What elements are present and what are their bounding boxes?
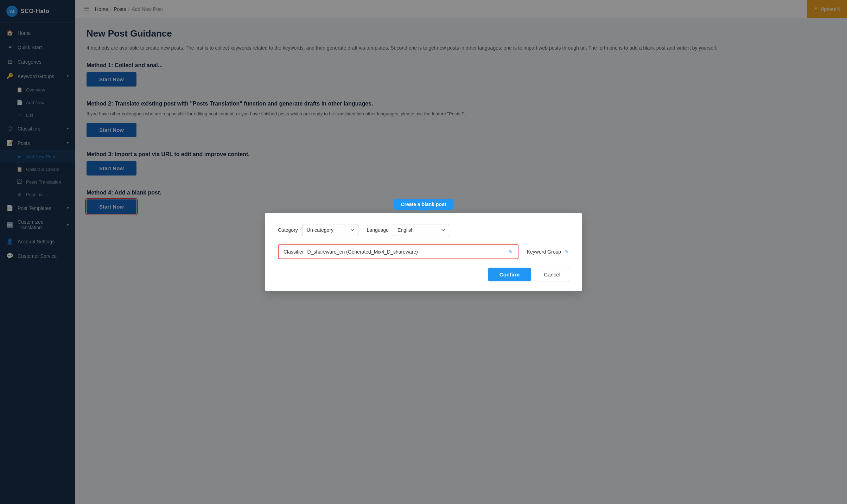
keyword-group-label: Keyword Group — [527, 249, 561, 255]
category-field: Category Un-categoryCategory 1Category 2 — [278, 224, 358, 236]
classifier-edit-icon[interactable]: ✎ — [508, 249, 513, 255]
classifier-field: Classifier D_shareware_en (Generated_Mix… — [278, 244, 518, 259]
main-container: ☰ Home / Posts / Add New Post 🔔 Update N… — [75, 0, 847, 504]
category-label: Category — [278, 227, 298, 233]
language-select[interactable]: EnglishFrenchGermanSpanish — [393, 224, 449, 236]
language-label: Language — [367, 227, 389, 233]
modal-category-language-row: Category Un-categoryCategory 1Category 2… — [278, 224, 569, 236]
modal-overlay: Create a blank post Category Un-category… — [75, 0, 847, 504]
create-blank-post-modal: Create a blank post Category Un-category… — [265, 213, 582, 291]
modal-classifier-row: Classifier D_shareware_en (Generated_Mix… — [278, 244, 569, 259]
modal-tooltip: Create a blank post — [394, 199, 453, 210]
classifier-value: D_shareware_en (Generated_Mix4_D_sharewa… — [307, 249, 505, 255]
category-select[interactable]: Un-categoryCategory 1Category 2 — [302, 224, 358, 236]
keyword-group-field: Keyword Group ✎ — [527, 249, 569, 255]
classifier-label: Classifier — [284, 249, 304, 255]
cancel-button[interactable]: Cancel — [535, 268, 569, 281]
modal-actions: Confirm Cancel — [278, 268, 569, 281]
language-field: Language EnglishFrenchGermanSpanish — [367, 224, 449, 236]
confirm-button[interactable]: Confirm — [488, 268, 531, 281]
keyword-group-edit-icon[interactable]: ✎ — [565, 249, 569, 255]
